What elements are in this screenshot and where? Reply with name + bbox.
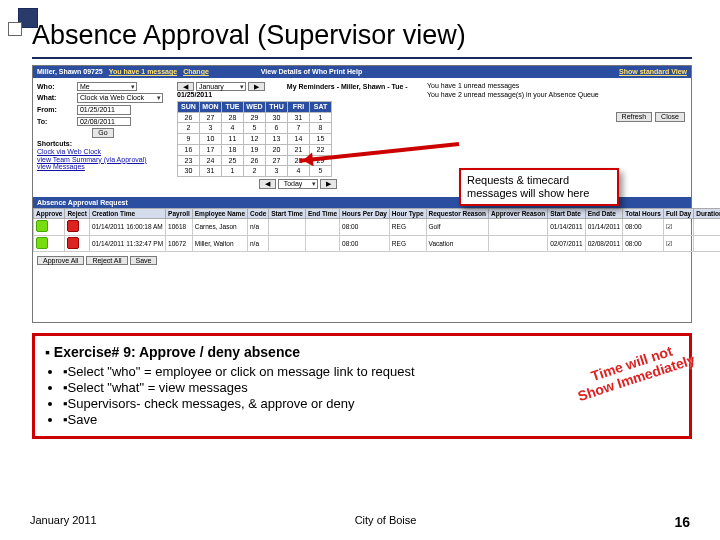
approve-button[interactable] xyxy=(36,237,48,249)
footer-org: City of Boise xyxy=(355,514,417,530)
cal-today-button[interactable]: Today xyxy=(278,179,318,189)
close-button[interactable]: Close xyxy=(655,112,685,122)
shortcut-link[interactable]: Clock via Web Clock xyxy=(37,148,169,156)
cal-today-next[interactable]: ▶ xyxy=(320,179,337,189)
who-label: Who: xyxy=(37,83,75,91)
cal-today-prev[interactable]: ◀ xyxy=(259,179,276,189)
cal-month-select[interactable]: January xyxy=(196,82,246,92)
table-row[interactable]: 01/14/2011 16:00:18 AM10618Carnes, Jason… xyxy=(34,219,721,235)
reject-button[interactable] xyxy=(67,237,79,249)
approve-all-button[interactable]: Approve All xyxy=(37,256,84,266)
header-actions[interactable]: View Details of Who Print Help xyxy=(261,68,362,76)
from-label: From: xyxy=(37,106,75,114)
shortcuts-label: Shortcuts: xyxy=(37,140,72,148)
who-select[interactable]: Me xyxy=(77,82,137,92)
reminder-line: You have 1 unread messages xyxy=(427,82,687,90)
refresh-button[interactable]: Refresh xyxy=(616,112,653,122)
table-header-row: ApproveRejectCreation TimePayrollEmploye… xyxy=(34,209,721,219)
footer-date: January 2011 xyxy=(30,514,97,530)
slide-footer: January 2011 City of Boise 16 xyxy=(0,514,720,530)
to-input[interactable]: 02/08/2011 xyxy=(77,117,131,127)
footer-page-number: 16 xyxy=(674,514,690,530)
page-title: Absence Approval (Supervisor view) xyxy=(32,20,692,51)
what-label: What: xyxy=(37,94,75,102)
go-button[interactable]: Go xyxy=(92,128,113,138)
exercise-item: ▪Save xyxy=(63,412,679,427)
app-screenshot: Miller, Shawn 09725 You have 1 message C… xyxy=(32,65,692,323)
shortcut-link[interactable]: view Messages xyxy=(37,163,169,171)
reminder-line: You have 2 unread message(s) in your Abs… xyxy=(427,91,687,99)
exercise-heading: Exercise# 9: Approve / deny absence xyxy=(54,344,300,360)
show-standard-view-link[interactable]: Show standard View xyxy=(619,68,687,76)
approval-table: ApproveRejectCreation TimePayrollEmploye… xyxy=(33,208,720,251)
change-link[interactable]: Change xyxy=(183,68,209,76)
calendar: ◀ January ▶ My Reminders - Miller, Shawn… xyxy=(173,78,423,193)
reject-button[interactable] xyxy=(67,220,79,232)
to-label: To: xyxy=(37,118,75,126)
user-name: Miller, Shawn 09725 xyxy=(37,68,103,76)
reject-all-button[interactable]: Reject All xyxy=(86,256,127,266)
save-button[interactable]: Save xyxy=(130,256,158,266)
msg-link[interactable]: You have 1 message xyxy=(109,68,177,76)
table-row[interactable]: 01/14/2011 11:32:47 PM10672Miller, Walto… xyxy=(34,235,721,251)
from-input[interactable]: 01/25/2011 xyxy=(77,105,131,115)
exercise-box: ▪ Exercise# 9: Approve / deny absence ▪S… xyxy=(32,333,692,439)
callout-box: Requests & timecard messages will show h… xyxy=(459,168,619,206)
cal-prev[interactable]: ◀ xyxy=(177,82,194,92)
shortcut-link[interactable]: view Team Summary (via Approval) xyxy=(37,156,169,164)
what-select[interactable]: Clock via Web Clock xyxy=(77,93,163,103)
cal-next[interactable]: ▶ xyxy=(248,82,265,92)
approve-button[interactable] xyxy=(36,220,48,232)
app-header: Miller, Shawn 09725 You have 1 message C… xyxy=(33,66,691,78)
